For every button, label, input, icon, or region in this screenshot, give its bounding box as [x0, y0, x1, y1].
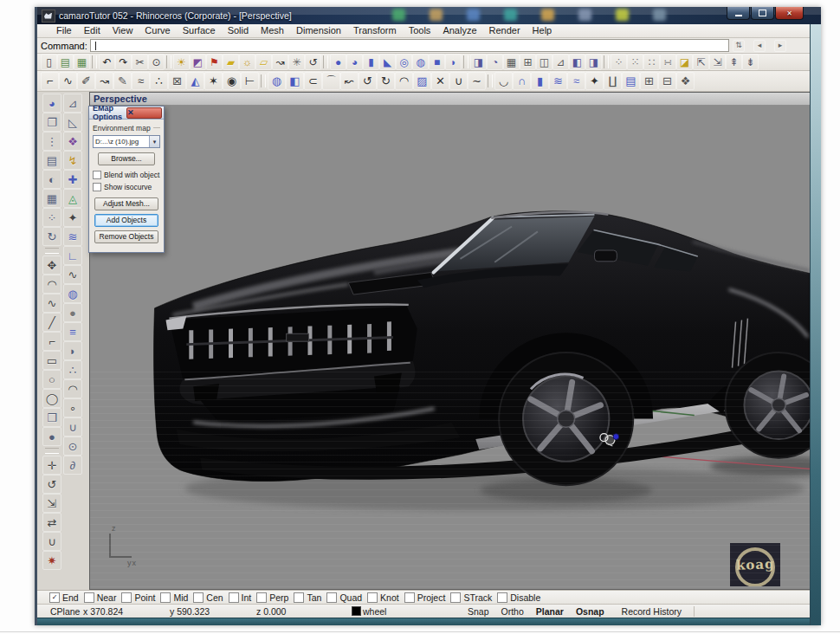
loop-ccw-icon[interactable]: ↺ [359, 72, 377, 90]
blue-panel-icon[interactable]: ▨ [413, 72, 431, 90]
extrude-surface-icon[interactable]: ⊿ [63, 94, 82, 113]
loft-icon[interactable]: ◧ [569, 54, 585, 70]
freeform-curve-icon[interactable]: ∿ [42, 294, 61, 313]
spray-icon[interactable]: ✳ [288, 54, 305, 70]
pipe-solid-icon[interactable]: ◍ [412, 54, 429, 70]
mesh-grid-icon[interactable]: ▦ [503, 54, 520, 70]
osnap-mid[interactable]: Mid [160, 592, 188, 603]
osnap-quad[interactable]: Quad [326, 592, 362, 603]
squiggle-icon[interactable]: ∼ [468, 72, 486, 90]
viewport-perspective[interactable]: Perspective [89, 92, 811, 590]
panels-icon[interactable]: ◫ [536, 54, 552, 70]
stitch-icon[interactable]: ⊞ [640, 72, 658, 90]
surface-corner-icon[interactable]: ◺ [63, 113, 82, 132]
osnap-end[interactable]: ✓End [49, 592, 79, 603]
cylinder-solid-icon[interactable]: ▮ [363, 54, 379, 70]
angle-tool-icon[interactable]: ∟ [63, 246, 82, 265]
remove-objects-button[interactable]: Remove Objects [94, 230, 158, 243]
arc-curve-icon[interactable]: ⌒ [322, 72, 340, 90]
u-tool-icon[interactable]: ∪ [63, 417, 82, 437]
star-tool-icon[interactable]: ✦ [585, 72, 604, 90]
rotate-tool-icon[interactable]: ↺ [42, 475, 61, 494]
ellipse-tool-icon[interactable]: ◯ [42, 389, 61, 408]
menu-render[interactable]: Render [483, 24, 527, 37]
environment-map-dropdown[interactable]: D:...\z (10).jpg ▾ [93, 135, 160, 148]
union-curve-icon[interactable]: ∪ [449, 72, 468, 90]
history-toggle-icon[interactable]: ↻ [42, 227, 61, 246]
open-file-icon[interactable]: ▤ [57, 54, 74, 70]
menu-analyze[interactable]: Analyze [436, 24, 482, 37]
uv-down-icon[interactable]: ⇟ [742, 54, 759, 70]
curve-boolean-icon[interactable]: ∪ [42, 532, 61, 551]
line-tool-icon[interactable]: ╱ [42, 313, 61, 332]
points-cols-icon[interactable]: ∷ [643, 54, 660, 70]
bounding-frame-icon[interactable]: ⊠ [168, 72, 186, 90]
dialog-checkbox-blend-with-object[interactable]: Blend with object [93, 171, 160, 179]
status-toggle-snap[interactable]: Snap [468, 606, 489, 617]
pan-view-icon[interactable]: ✥ [42, 256, 61, 275]
grid-options-icon[interactable]: ▦ [42, 189, 61, 208]
mirror-tool-icon[interactable]: ⇄ [42, 513, 61, 532]
points-align-icon[interactable]: ∺ [660, 54, 676, 70]
spring-b-icon[interactable]: ≈ [567, 72, 585, 90]
shaded-viewport-icon[interactable]: ◕ [42, 94, 61, 113]
sketch-curve-icon[interactable]: ✐ [77, 72, 95, 90]
menu-solid[interactable]: Solid [222, 24, 255, 37]
handle-bar-icon[interactable]: ⊢ [241, 72, 259, 90]
extrude-icon[interactable]: ◨ [470, 54, 487, 70]
osnap-perp[interactable]: Perp [256, 592, 288, 603]
point-cloud-icon[interactable]: ⁘ [42, 208, 61, 227]
osnap-project[interactable]: Project [404, 592, 446, 603]
scale-tool-icon[interactable]: ⇲ [42, 494, 61, 513]
yellow-plane-icon[interactable]: ▱ [255, 54, 272, 70]
status-toggle-record-history[interactable]: Record History [622, 606, 695, 617]
cplane-pane[interactable]: CPlane [50, 606, 83, 617]
petal-arc-icon[interactable]: ◠ [395, 72, 413, 90]
emap-options-dialog[interactable]: EMap Options ✕ Environment map D:...\z (… [88, 106, 165, 253]
menu-surface[interactable]: Surface [177, 24, 222, 37]
yellow-note-icon[interactable]: ▰ [223, 54, 239, 70]
cone-solid-icon[interactable]: ◣ [379, 54, 396, 70]
dialog-title-bar[interactable]: EMap Options ✕ [89, 107, 164, 120]
walk-figure-icon[interactable]: ✦ [63, 208, 82, 227]
small-point-icon[interactable]: ∘ [63, 398, 82, 417]
sphere-solid-icon[interactable]: ● [330, 54, 346, 70]
hook-curve-icon[interactable]: ⌐ [41, 72, 59, 90]
dropdown-arrow-icon[interactable]: ▾ [149, 136, 159, 147]
c-curve-icon[interactable]: ⊂ [304, 72, 322, 90]
rectangle-tool-icon[interactable]: ▭ [42, 351, 61, 370]
front-wheel[interactable] [499, 353, 633, 485]
status-toggle-ortho[interactable]: Ortho [501, 606, 524, 617]
loop-cw-icon[interactable]: ↻ [377, 72, 395, 90]
split-view-icon[interactable]: ⊞ [520, 54, 536, 70]
command-scroll-icon[interactable]: ⇅ [733, 40, 745, 52]
arc-up-icon[interactable]: ◠ [63, 379, 82, 398]
osnap-knot[interactable]: Knot [367, 592, 399, 603]
blue-tile-icon[interactable]: ◧ [286, 72, 304, 90]
viewport-canvas[interactable]: z yx koag [90, 106, 810, 589]
select-shaded-icon[interactable]: ◩ [190, 54, 206, 70]
3d-scene[interactable] [90, 106, 810, 589]
world-sphere-icon[interactable]: ◍ [63, 284, 82, 303]
lightbulb-icon[interactable]: ☀ [173, 54, 190, 70]
puzzle-connect-icon[interactable]: ❖ [63, 132, 82, 151]
send-arrow-icon[interactable]: ↝ [272, 54, 288, 70]
ellipsoid-solid-icon[interactable]: ◕ [346, 54, 363, 70]
undo-icon[interactable]: ↶ [99, 54, 115, 70]
u-join-icon[interactable]: ∐ [604, 72, 622, 90]
box-tool-icon[interactable]: ❒ [42, 408, 61, 427]
osnap-cen[interactable]: Cen [193, 592, 223, 603]
new-file-icon[interactable]: ▯ [41, 54, 57, 70]
viewport-title-bar[interactable]: Perspective [90, 93, 810, 106]
title-bar[interactable]: camaroTutor 052 - Rhinoceros (Corporate)… [37, 7, 821, 24]
osnap-near[interactable]: Near [84, 592, 117, 603]
wave-curve-icon[interactable]: ≈ [132, 72, 150, 90]
cut-icon[interactable]: ✂ [132, 54, 148, 70]
osnap-point[interactable]: Point [121, 592, 155, 603]
curve-handle-icon[interactable]: ∿ [63, 265, 82, 284]
osnap-int[interactable]: Int [229, 592, 252, 603]
command-prev-icon[interactable]: ◂ [753, 40, 766, 52]
display-mode-icon[interactable]: ◐ [42, 170, 61, 189]
s-curve-icon[interactable]: ∿ [59, 72, 77, 90]
redo-icon[interactable]: ↷ [115, 54, 132, 70]
